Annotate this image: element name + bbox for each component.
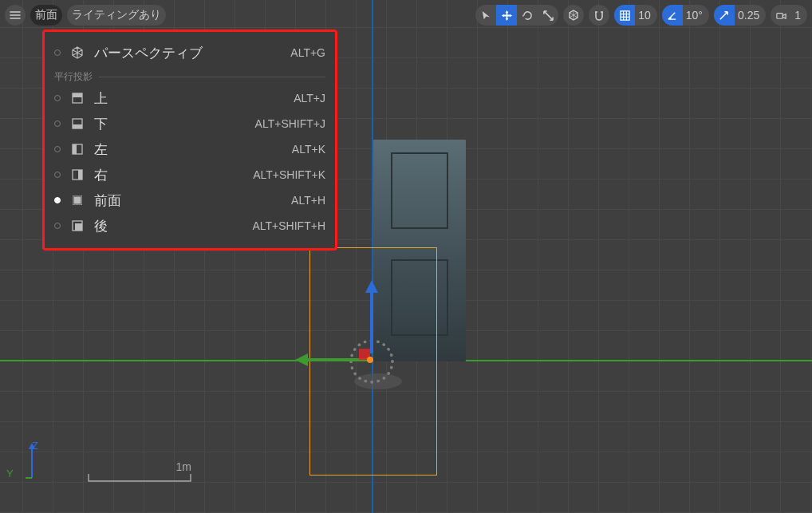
- lighting-dropdown[interactable]: ライティングあり: [67, 5, 166, 26]
- menu-item-front[interactable]: 前面 ALT+H: [54, 187, 325, 213]
- menu-item-label: 右: [94, 166, 108, 184]
- gizmo-z-arrow[interactable]: [365, 280, 378, 293]
- view-dropdown-label: 前面: [35, 8, 57, 22]
- camera-speed-icon[interactable]: [771, 5, 791, 26]
- lighting-dropdown-label: ライティングあり: [72, 8, 161, 22]
- toolbar: 前面 ライティングあり 10 10°: [5, 5, 807, 26]
- door-window-top: [391, 152, 448, 229]
- divider-line: [99, 77, 325, 77]
- menu-section-ortho: 平行投影: [54, 70, 325, 84]
- svg-rect-0: [777, 13, 783, 18]
- expand-toggle[interactable]: [714, 5, 735, 26]
- radio-icon: [54, 49, 61, 56]
- menu-item-left[interactable]: 左 ALT+K: [54, 136, 325, 162]
- local-space-toggle[interactable]: [563, 5, 584, 26]
- right-icon: [70, 168, 85, 182]
- back-icon: [70, 219, 85, 233]
- svg-rect-12: [75, 223, 82, 231]
- menu-item-label: パースペクティブ: [94, 44, 203, 62]
- radio-icon: [54, 172, 61, 178]
- menu-item-shortcut: ALT+K: [292, 143, 325, 156]
- expand-value[interactable]: 0.25: [735, 5, 766, 26]
- radio-icon: [54, 146, 61, 152]
- svg-rect-9: [73, 195, 82, 205]
- menu-item-perspective[interactable]: パースペクティブ ALT+G: [54, 40, 325, 65]
- view-dropdown[interactable]: 前面: [30, 5, 62, 26]
- select-mode[interactable]: [475, 5, 496, 26]
- angle-snap-group: 10°: [662, 5, 709, 26]
- menu-item-back[interactable]: 後 ALT+SHIFT+H: [54, 213, 325, 239]
- menu-item-label: 下: [94, 115, 108, 133]
- snap-toggle[interactable]: [589, 5, 609, 26]
- menu-item-label: 後: [94, 217, 108, 235]
- radio-icon: [54, 120, 61, 127]
- cube-icon: [70, 45, 85, 60]
- svg-rect-8: [78, 170, 82, 180]
- grid-snap-group: 10: [614, 5, 657, 26]
- menu-item-shortcut: ALT+SHIFT+J: [255, 117, 325, 130]
- menu-item-bottom[interactable]: 下 ALT+SHIFT+J: [54, 111, 325, 136]
- radio-icon: [54, 223, 61, 229]
- axis-z-label: Z: [32, 440, 38, 452]
- angle-snap-toggle[interactable]: [662, 5, 683, 26]
- menu-item-shortcut: ALT+J: [294, 92, 325, 105]
- transform-mode-group: [475, 5, 558, 26]
- menu-item-shortcut: ALT+SHIFT+K: [253, 168, 325, 181]
- camera-speed-value[interactable]: 1: [791, 5, 807, 26]
- gizmo-z-axis[interactable]: [370, 283, 373, 353]
- gizmo-origin[interactable]: [367, 357, 373, 363]
- menu-item-shortcut: ALT+H: [291, 194, 325, 207]
- menu-button[interactable]: [5, 5, 26, 26]
- front-icon: [70, 193, 85, 207]
- menu-item-right[interactable]: 右 ALT+SHIFT+K: [54, 162, 325, 187]
- angle-snap-value[interactable]: 10°: [683, 5, 709, 26]
- left-icon: [70, 142, 85, 156]
- menu-item-top[interactable]: 上 ALT+J: [54, 85, 325, 111]
- grid-snap-value[interactable]: 10: [635, 5, 657, 26]
- camera-group: 1: [771, 5, 807, 26]
- menu-item-shortcut: ALT+G: [290, 46, 325, 59]
- rotate-mode[interactable]: [517, 5, 538, 26]
- transform-gizmo[interactable]: [295, 283, 391, 371]
- svg-rect-4: [73, 124, 82, 128]
- axis-indicator: Z Y: [26, 443, 49, 481]
- scale-mode[interactable]: [538, 5, 558, 26]
- view-menu: パースペクティブ ALT+G 平行投影 上 ALT+J 下 ALT+SHIFT+…: [42, 30, 337, 251]
- menu-item-shortcut: ALT+SHIFT+H: [252, 219, 325, 232]
- move-mode[interactable]: [496, 5, 517, 26]
- bottom-icon: [70, 116, 85, 131]
- menu-item-label: 上: [94, 89, 108, 108]
- svg-rect-2: [73, 93, 82, 97]
- radio-icon: [54, 197, 61, 203]
- scale-bar-label: 1m: [176, 460, 191, 473]
- axis-y-label: Y: [6, 468, 14, 479]
- menu-item-label: 前面: [94, 191, 121, 210]
- grid-snap-toggle[interactable]: [614, 5, 635, 26]
- scale-bar: 1m: [88, 467, 191, 479]
- radio-icon: [54, 95, 61, 101]
- top-icon: [70, 91, 85, 105]
- expand-group: 0.25: [714, 5, 766, 26]
- menu-section-label: 平行投影: [54, 70, 93, 84]
- menu-item-label: 左: [94, 140, 108, 159]
- gizmo-y-arrow[interactable]: [295, 353, 308, 366]
- svg-rect-6: [73, 144, 77, 154]
